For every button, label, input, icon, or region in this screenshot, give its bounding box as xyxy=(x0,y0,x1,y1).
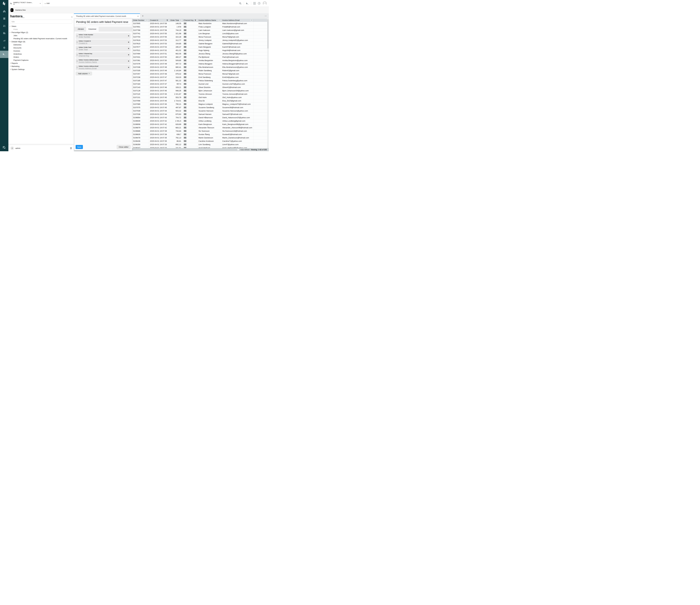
table-row[interactable]: 0107039 2025-04-01 19:07:44 503,32 SE Su… xyxy=(132,109,267,113)
table-row[interactable]: 0107521 2025-04-01 19:07:52 451,02 SE Hu… xyxy=(132,49,267,52)
rail-item-home[interactable] xyxy=(0,8,8,15)
tab-kolumner[interactable]: Kolumner xyxy=(86,27,99,31)
table-row[interactable]: 0107143 2025-04-01 19:07:46 328,21 SE Ol… xyxy=(132,86,267,89)
drag-handle-icon[interactable] xyxy=(77,54,77,56)
table-row[interactable]: 0107615 2025-04-01 19:07:53 154,85 SE Ga… xyxy=(132,42,267,45)
table-row[interactable]: 0107336 2025-04-01 19:07:49 680,41 SE El… xyxy=(132,66,267,69)
table-row[interactable]: 0107619 2025-04-01 19:07:53 312,77 SE Ji… xyxy=(132,39,267,42)
table-row[interactable]: 0107376 2025-04-01 19:07:49 397,72 SE He… xyxy=(132,62,267,66)
table-row[interactable]: 0107905 2025-04-01 19:07:59 148,05 SE Ma… xyxy=(132,22,267,25)
filter-funnel-icon[interactable] xyxy=(179,19,181,21)
search-icon[interactable] xyxy=(239,2,242,5)
remove-column-icon[interactable]: × xyxy=(128,66,129,68)
editor-column-card[interactable]: Orders / Channel Key Channel Key × xyxy=(76,52,131,58)
remove-column-icon[interactable]: × xyxy=(128,54,129,56)
user-avatar[interactable]: A xyxy=(10,146,14,150)
filter-funnel-icon[interactable] xyxy=(218,19,220,21)
drag-handle-icon[interactable] xyxy=(77,35,77,37)
table-row[interactable]: 0106939 2025-04-01 19:07:42 1 041,5 SE U… xyxy=(132,119,267,123)
editor-column-card[interactable]: Orders / Invoice Address.Name Invoice Ad… xyxy=(76,58,131,64)
table-row[interactable]: 0106635 2025-04-01 19:07:38 638,7 SE Gus… xyxy=(132,133,267,136)
add-column-button[interactable]: Add column xyxy=(76,72,92,75)
editor-column-card[interactable]: Orders / Invoice Address.Email Invoice A… xyxy=(76,65,131,70)
table-row[interactable]: 0106359 2025-04-01 19:07:33 692,12 SE Li… xyxy=(132,143,267,146)
table-row[interactable]: 0107494 2025-04-01 19:07:51 662,05 SE Je… xyxy=(132,52,267,55)
column-title-input[interactable]: Invoice Address.Name xyxy=(79,61,97,63)
column-title-input[interactable]: Invoice Address.Email xyxy=(79,67,97,70)
table-header-cell[interactable]: Channel Key xyxy=(182,19,197,22)
table-row[interactable]: 0107238 2025-04-01 19:07:47 318,33 SE Em… xyxy=(132,76,267,79)
user-menu-icon[interactable] xyxy=(70,147,72,149)
sidebar-tree-item[interactable]: Empty xyxy=(8,28,74,31)
sidebar-tree-item[interactable]: Orderlines xyxy=(8,52,74,55)
table-row[interactable]: 0107704 2025-04-01 19:07:55 322,28 SE Mo… xyxy=(132,35,267,39)
table-row[interactable]: 0106347 2025-04-01 19:07:33 241,51 SE Ar… xyxy=(132,146,267,148)
collapse-sidebar-icon[interactable]: ‹ xyxy=(72,15,72,18)
sidebar-tree-item[interactable]: Views xyxy=(8,25,74,28)
add-tab-button[interactable]: + Add xyxy=(45,0,50,7)
browser-tab-close-icon[interactable]: × xyxy=(40,2,41,4)
zendesk-icon[interactable] xyxy=(2,146,6,149)
table-row[interactable]: 0106879 2025-04-01 19:07:42 683,21 SE Al… xyxy=(132,126,267,129)
editor-column-card[interactable]: Orders / Created At Created At × xyxy=(76,40,131,45)
table-row[interactable]: 0107184 2025-04-01 19:07:47 907,5 SE Gun… xyxy=(132,82,267,86)
table-row[interactable]: 0107788 2025-04-01 19:07:56 744,19 SE Li… xyxy=(132,29,267,32)
column-title-input[interactable]: Order Total xyxy=(79,48,88,51)
avatar[interactable] xyxy=(262,1,267,5)
editor-column-card[interactable]: Orders / Order Total Order Total × xyxy=(76,46,131,51)
table-row[interactable]: 0106954 2025-04-01 19:07:43 704,72 SE Da… xyxy=(132,116,267,119)
browser-tab[interactable]: SAMPLE TICKET: Ordere... #8 × xyxy=(8,0,42,7)
sidebar-tree-item[interactable]: Deliveries xyxy=(8,43,74,46)
remove-column-icon[interactable]: × xyxy=(128,41,129,43)
table-header-cell[interactable]: Created At xyxy=(149,19,169,22)
sidebar-tree-item[interactable]: Delade frågor (6) xyxy=(8,40,74,43)
query-title-input[interactable]: Pending SE orders with failed Payment re… xyxy=(76,20,130,25)
filter-funnel-icon[interactable] xyxy=(250,19,253,21)
search-input[interactable] xyxy=(10,20,72,24)
remove-column-icon[interactable]: × xyxy=(128,60,129,62)
table-row[interactable]: 0107098 2025-04-01 19:07:45 1 724,01 SE … xyxy=(132,99,267,102)
table-row[interactable]: 0107075 2025-04-01 19:07:45 497,87 SE Su… xyxy=(132,106,267,109)
sidebar-tree-item[interactable]: Pending SE orders with failed Payment re… xyxy=(8,37,74,40)
filter-funnel-icon[interactable] xyxy=(194,19,196,21)
sidebar-tree-item[interactable]: Marketing xyxy=(8,65,74,68)
table-row[interactable]: 0107119 2025-04-01 19:07:45 1 021,67 SE … xyxy=(132,92,267,96)
rail-item-reports[interactable] xyxy=(0,37,8,44)
table-row[interactable]: 0107577 2025-04-01 19:07:53 285,47 SE Ka… xyxy=(132,45,267,49)
drag-handle-icon[interactable] xyxy=(77,41,77,43)
sidebar-tree-item[interactable]: System Settings xyxy=(8,68,74,71)
help-icon[interactable]: ? xyxy=(258,2,260,5)
table-row[interactable]: 0106686 2025-04-01 19:07:39 744,84 SE Si… xyxy=(132,129,267,133)
apps-grid-icon[interactable] xyxy=(253,2,256,5)
workspace-tab-close-icon[interactable]: × xyxy=(138,15,139,17)
table-row[interactable]: 0107257 2025-04-01 19:07:48 878,32 SE Mo… xyxy=(132,72,267,76)
save-button[interactable]: Save xyxy=(76,145,83,149)
sidebar-tree-item[interactable]: Reports xyxy=(8,62,74,65)
column-title-input[interactable]: Channel Key xyxy=(79,55,89,57)
filter-funnel-icon[interactable] xyxy=(166,19,168,21)
table-row[interactable]: 0107036 2025-04-01 19:07:44 670,63 SE Sa… xyxy=(132,113,267,116)
remove-column-icon[interactable]: × xyxy=(128,47,129,49)
rail-item-customers[interactable] xyxy=(0,23,8,29)
drag-handle-icon[interactable] xyxy=(77,48,77,49)
sidebar-tree-item[interactable]: Discounts xyxy=(8,46,74,49)
sidebar-tree-item[interactable]: Orders xyxy=(8,55,74,58)
table-row[interactable]: 0106908 2025-04-01 19:07:42 628,69 SE Ka… xyxy=(132,123,267,126)
drag-handle-icon[interactable] xyxy=(77,67,77,68)
table-row[interactable]: 0107126 2025-04-01 19:07:45 948,35 SE Bj… xyxy=(132,89,267,92)
table-row[interactable]: 0107391 2025-04-01 19:07:50 509,85 SE An… xyxy=(132,59,267,62)
table-header-cell[interactable]: Order Number xyxy=(132,19,149,22)
rail-item-orders[interactable] xyxy=(0,15,8,22)
tabbar-overflow-icon[interactable]: ⋯ xyxy=(265,14,267,19)
rail-item-hantera-app[interactable]: h_ xyxy=(0,51,8,58)
remove-column-icon[interactable]: × xyxy=(128,35,129,37)
sidebar-tree-item[interactable]: Personliga frågor (2) xyxy=(8,31,74,34)
table-row[interactable]: 0107101 2025-04-01 19:07:45 553,79 SE Ol… xyxy=(132,96,267,99)
sidebar-tree-item[interactable]: Invoices xyxy=(8,49,74,52)
rail-item-organization[interactable] xyxy=(0,30,8,36)
table-row[interactable]: 0107901 2025-04-01 19:07:59 1 678 SE Fri… xyxy=(132,25,267,29)
topbar-hantera-button[interactable]: h_ xyxy=(246,2,249,5)
table-header-cell[interactable]: Invoice Address.Name xyxy=(197,19,221,22)
table-row[interactable]: 0107089 2025-04-01 19:07:45 790,21 SE Ma… xyxy=(132,102,267,106)
tab-allmant[interactable]: Allmänt xyxy=(75,27,86,31)
